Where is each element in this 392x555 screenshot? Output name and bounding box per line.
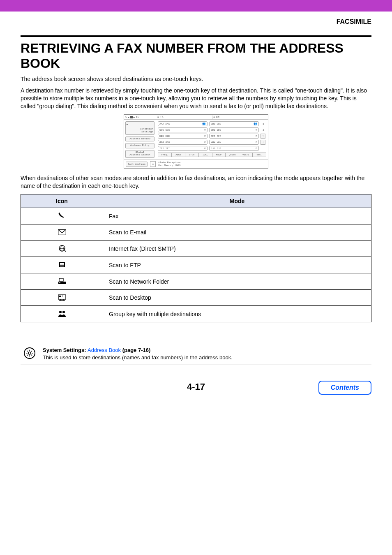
ftp-server-icon (58, 260, 66, 269)
section-header: FACSIMILE (21, 18, 371, 25)
one-touch-key[interactable]: DDD DDD✆ (209, 127, 259, 132)
status-line-2: Fax Memory:100% (158, 164, 180, 167)
key-label: JJJ JJJ (211, 147, 221, 150)
icon-cell (21, 224, 103, 240)
one-touch-key[interactable]: BBB BBB👥 (209, 121, 259, 126)
contents-button[interactable]: Contents (318, 381, 371, 395)
mode-cell: Scan to Desktop (103, 290, 371, 306)
phone-icon: ✆ (256, 134, 257, 138)
one-touch-key[interactable]: CCC CCC✆ (158, 127, 208, 132)
tab-abcd[interactable]: ABCD (171, 153, 185, 157)
page-up-button[interactable]: ↑ (261, 134, 265, 139)
icon-mode-table: Icon Mode Fax Scan to E-mail (21, 194, 371, 322)
tab-ijkl[interactable]: IJKL (198, 153, 212, 157)
key-label: EEE EEE (159, 135, 170, 138)
svg-rect-5 (60, 263, 64, 264)
key-label: AAA AAA (159, 123, 170, 125)
intro-paragraph-3: When destinations of other scan modes ar… (21, 174, 371, 190)
network-folder-icon (58, 277, 66, 286)
table-row: Fax (21, 208, 371, 224)
one-touch-key[interactable]: EEE EEE✆ (158, 134, 208, 139)
col-header-mode: Mode (103, 194, 371, 208)
key-label: CCC CCC (159, 129, 170, 132)
internet-fax-icon (58, 244, 66, 253)
fax-status: ✆Auto Reception Fax Memory:100% (158, 161, 180, 167)
condition-settings-button[interactable]: ▶ Condition Settings (125, 121, 154, 134)
phone-icon: ✆ (256, 147, 257, 150)
one-touch-key[interactable]: GGG GGG✆ (158, 140, 208, 145)
cc-field[interactable]: ✉ Cc (212, 116, 268, 119)
one-touch-key[interactable]: III III✆ (158, 146, 208, 151)
stepper-box-icon (130, 116, 133, 118)
stepper-max: 15 (136, 116, 139, 119)
key-label: FFF FFF (211, 135, 221, 138)
svg-point-19 (28, 352, 31, 354)
col-header-icon: Icon (21, 194, 103, 208)
mode-cell: Internet fax (Direct SMTP) (103, 240, 371, 257)
table-row: Scan to Desktop (21, 290, 371, 306)
rule-thick (21, 35, 371, 37)
key-label: GGG GGG (159, 141, 170, 144)
svg-line-24 (27, 351, 28, 352)
address-book-link[interactable]: Address Book (88, 347, 121, 353)
svg-point-17 (59, 311, 62, 313)
one-touch-key[interactable]: JJJ JJJ✆ (209, 146, 259, 151)
address-book-screenshot: 5 ▶ ▶ 15 ✉ To ✉ Cc ▶ Co (124, 114, 268, 169)
tab-freq[interactable]: Freq. (158, 153, 171, 157)
svg-line-27 (31, 351, 32, 352)
svg-rect-6 (60, 264, 64, 265)
envelope-icon: ✉ (157, 116, 159, 119)
tab-vwxyz[interactable]: VWXYZ (239, 153, 252, 157)
preview-icon[interactable]: ▭ (150, 161, 156, 167)
address-review-button[interactable]: Address Review (125, 136, 154, 142)
icon-cell (21, 257, 103, 273)
icon-cell (21, 240, 103, 257)
chevron-right-icon: ▶ (134, 116, 135, 119)
one-touch-key[interactable]: HHH HHH✆ (209, 140, 259, 145)
intro-paragraph-1: The address book screen shows stored des… (21, 75, 371, 83)
mode-cell: Scan to Network Folder (103, 273, 371, 290)
stepper-current: 5 (125, 116, 127, 119)
tab-mnop[interactable]: MNOP (212, 153, 226, 157)
key-label: III III (159, 147, 170, 150)
phone-icon: ✆ (256, 141, 257, 144)
tab-qrstu[interactable]: QRSTU (225, 153, 239, 157)
envelope-icon: ✉ (214, 116, 215, 119)
group-people-icon: 👥 (202, 122, 206, 125)
icon-cell (21, 273, 103, 290)
svg-rect-7 (60, 266, 64, 266)
page-stepper[interactable]: 5 ▶ ▶ 15 (124, 115, 156, 119)
condition-settings-label: Condition Settings (140, 127, 153, 133)
svg-rect-10 (59, 282, 60, 283)
phone-icon: ✆ (256, 128, 257, 132)
to-field[interactable]: ✉ To (156, 116, 212, 119)
group-people-icon: 👥 (254, 122, 257, 125)
one-touch-key[interactable]: AAA AAA👥 (158, 121, 208, 126)
desktop-icon (58, 293, 66, 302)
mode-cell: Scan to FTP (103, 257, 371, 273)
icon-cell (21, 306, 103, 322)
tab-efgh[interactable]: EFGH (185, 153, 198, 157)
group-people-icon (58, 309, 67, 318)
page-current: 1 (261, 123, 266, 125)
cc-label: Cc (216, 116, 219, 119)
page-down-button[interactable]: ↓ (261, 140, 265, 145)
system-settings-callout: System Settings: Address Book (page 7-16… (21, 343, 371, 365)
rule-thin (21, 38, 371, 38)
svg-rect-12 (59, 296, 61, 297)
sort-address-button[interactable]: Sort Address (126, 162, 148, 167)
gear-icon (24, 347, 35, 359)
phone-icon: ✆ (204, 147, 206, 150)
one-touch-key[interactable]: FFF FFF✆ (209, 134, 259, 139)
page-total: 2 (261, 129, 266, 132)
arrow-up-icon: ↑ (262, 134, 264, 138)
svg-line-26 (27, 355, 28, 356)
address-entry-button[interactable]: Address Entry (125, 143, 154, 148)
mode-cell: Group key with multiple destinations (103, 306, 371, 322)
mode-cell: Fax (103, 208, 371, 224)
arrow-down-icon: ↓ (262, 141, 264, 144)
svg-point-18 (62, 311, 65, 313)
phone-icon: ✆ (204, 141, 206, 144)
global-address-search-button[interactable]: Global Address Search (125, 150, 154, 158)
tab-etc[interactable]: etc. (252, 153, 266, 157)
